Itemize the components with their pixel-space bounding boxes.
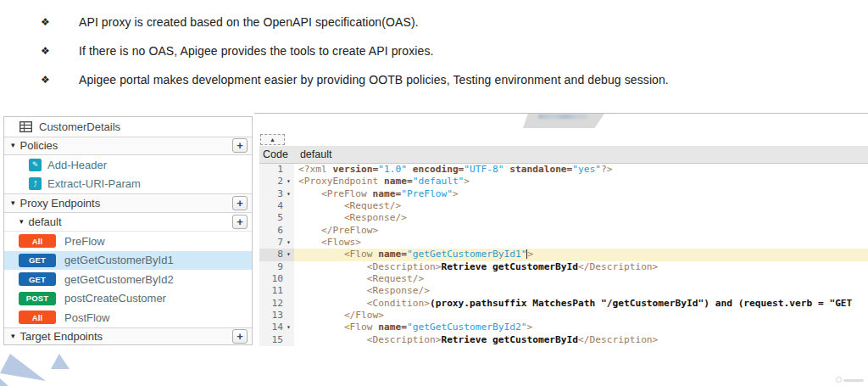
flow-item-postflow[interactable]: All PostFlow	[4, 308, 252, 327]
code-line-text: <Flow name="getGetCustomerById1">	[294, 249, 868, 260]
section-label: Policies	[20, 139, 232, 152]
code-line-text: <?xml version="1.0" encoding="UTF-8" sta…	[294, 164, 868, 176]
section-target-endpoints[interactable]: ▾ Target Endpoints +	[4, 327, 252, 346]
code-line-text: <Response/>	[294, 285, 868, 297]
fold-gutter	[283, 164, 294, 176]
code-line[interactable]: 11 <Response/>	[259, 285, 868, 297]
add-proxy-endpoint-button[interactable]: +	[232, 196, 248, 210]
code-line-text: </PreFlow>	[294, 225, 868, 237]
fold-arrow-icon[interactable]: ▾	[283, 237, 294, 249]
editor-header: Code default	[259, 146, 868, 164]
section-proxy-endpoints[interactable]: ▾ Proxy Endpoints +	[4, 193, 252, 213]
tab-code[interactable]: Code	[263, 148, 288, 160]
extract-icon: ⤴	[29, 177, 42, 190]
fold-gutter	[283, 261, 294, 273]
code-line[interactable]: 12 <Condition>(proxy.pathsuffix MatchesP…	[259, 298, 868, 310]
flow-item-postcreatecustomer[interactable]: POST postCreateCustomer	[4, 289, 252, 309]
code-line[interactable]: 8▾ <Flow name="getGetCustomerById1">	[259, 249, 868, 260]
chevron-down-icon[interactable]: ▾	[11, 333, 15, 340]
clipped-text-smudge	[538, 115, 587, 119]
fold-arrow-icon[interactable]: ▾	[283, 188, 294, 200]
add-target-endpoint-button[interactable]: +	[232, 329, 248, 344]
line-number: 9	[259, 261, 283, 273]
method-badge-all: All	[19, 310, 56, 324]
code-line[interactable]: 6 </PreFlow>	[259, 225, 868, 237]
fold-gutter	[283, 225, 294, 237]
code-line[interactable]: 2▾<ProxyEndpoint name="default">	[259, 176, 868, 187]
slide: ❖ API proxy is created based on the Open…	[0, 0, 868, 386]
logo-triangle-small	[51, 354, 70, 369]
flow-label: getGetCustomerById2	[64, 273, 174, 286]
clipped-overlay-tab	[523, 114, 604, 128]
code-line[interactable]: 9 <Description>Retrieve getCustomerById<…	[259, 261, 868, 273]
code-line-text: </Flow>	[294, 310, 868, 322]
line-number: 3	[259, 188, 283, 200]
code-line[interactable]: 15 <Description>Retrieve getCustomerById…	[259, 334, 868, 346]
code-line-text: <Request/>	[294, 273, 868, 285]
fold-arrow-icon[interactable]: ▾	[283, 176, 294, 187]
fold-gutter	[283, 273, 294, 285]
fold-arrow-icon[interactable]: ▾	[283, 249, 294, 260]
chevron-down-icon[interactable]: ▾	[11, 199, 15, 207]
add-flow-button[interactable]: +	[232, 215, 248, 229]
section-policies[interactable]: ▾ Policies +	[4, 137, 252, 156]
watermark	[836, 376, 865, 384]
flow-item-preflow[interactable]: All PreFlow	[4, 232, 252, 251]
fold-arrow-icon[interactable]: ▾	[283, 322, 294, 333]
code-line[interactable]: 10 <Request/>	[259, 273, 868, 285]
code-line-text: <Response/>	[294, 212, 868, 224]
flow-item-getgetcustomerbyid1[interactable]: GET getGetCustomerById1	[4, 251, 252, 271]
tab-default[interactable]: default	[300, 148, 332, 160]
endpoint-default[interactable]: ▾ default +	[4, 213, 252, 232]
line-number: 8	[259, 249, 283, 260]
flow-label: getGetCustomerById1	[64, 254, 174, 266]
proxy-name-row[interactable]: CustomerDetails	[4, 117, 252, 137]
bullet-item: ❖ API proxy is created based on the Open…	[41, 15, 419, 29]
collapse-handle[interactable]: ▲	[260, 134, 285, 145]
fold-gutter	[283, 298, 294, 310]
fold-gutter	[283, 200, 294, 212]
line-number: 13	[259, 310, 283, 322]
policy-item-add-header[interactable]: ✎ Add-Header	[4, 155, 252, 175]
code-line[interactable]: 1<?xml version="1.0" encoding="UTF-8" st…	[259, 164, 868, 176]
code-line-text: <Description>Retrieve getCustomerById</D…	[294, 261, 868, 273]
bullet-text: API proxy is created based on the OpenAP…	[79, 15, 419, 29]
code-line-text: <ProxyEndpoint name="default">	[294, 176, 868, 187]
diamond-bullet-icon: ❖	[41, 15, 79, 28]
logo-triangle-corner	[0, 378, 8, 386]
code-line-text: <Condition>(proxy.pathsuffix MatchesPath…	[294, 298, 868, 310]
code-editor: Code default 1<?xml version="1.0" encodi…	[259, 146, 868, 347]
line-number: 5	[259, 212, 283, 224]
code-line[interactable]: 3▾ <PreFlow name="PreFlow">	[259, 188, 868, 200]
code-line-text: <Flows>	[294, 237, 868, 249]
line-number: 7	[259, 237, 283, 249]
line-number: 14	[259, 322, 283, 333]
code-line[interactable]: 7▾ <Flows>	[259, 237, 868, 249]
code-line-text: <Flow name="getGetCustomerById2">	[294, 322, 868, 333]
section-label: Proxy Endpoints	[20, 197, 232, 210]
method-badge-get: GET	[19, 254, 56, 267]
table-icon	[19, 121, 32, 132]
fold-gutter	[283, 285, 294, 297]
line-number: 12	[259, 298, 283, 310]
chevron-down-icon[interactable]: ▾	[19, 218, 24, 226]
proxy-navigator-panel: CustomerDetails ▾ Policies + ✎ Add-Heade…	[3, 116, 253, 345]
section-label: Target Endpoints	[20, 330, 232, 343]
bullet-text: Apigee portal makes development easier b…	[79, 73, 669, 87]
line-number: 10	[259, 273, 283, 285]
chevron-down-icon[interactable]: ▾	[11, 142, 15, 149]
add-policy-button[interactable]: +	[232, 138, 248, 153]
flow-label: postCreateCustomer	[64, 292, 166, 305]
policy-item-extract-uri-param[interactable]: ⤴ Extract-URI-Param	[4, 175, 252, 194]
code-line[interactable]: 4 <Request/>	[259, 200, 868, 212]
logo-triangle-large	[0, 354, 46, 381]
collapse-arrow-icon: ▲	[270, 137, 275, 143]
code-line[interactable]: 13 </Flow>	[259, 310, 868, 322]
flow-item-getgetcustomerbyid2[interactable]: GET getGetCustomerById2	[4, 270, 252, 289]
line-number: 4	[259, 200, 283, 212]
line-number: 11	[259, 285, 283, 297]
code-line[interactable]: 5 <Response/>	[259, 212, 868, 224]
window-divider	[254, 113, 868, 114]
code-area[interactable]: 1<?xml version="1.0" encoding="UTF-8" st…	[259, 164, 868, 346]
code-line[interactable]: 14▾ <Flow name="getGetCustomerById2">	[259, 322, 868, 333]
